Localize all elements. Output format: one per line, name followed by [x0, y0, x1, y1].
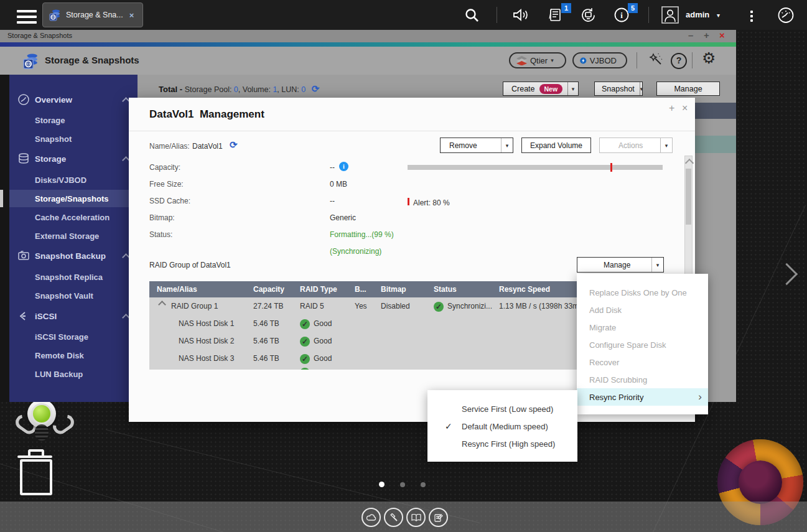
cell-capacity: 5.46 TB	[253, 337, 279, 345]
tab-label: Storage & Sna...	[66, 11, 123, 19]
create-button[interactable]: Create New ▾	[503, 82, 579, 96]
manage-button[interactable]: Manage	[656, 82, 720, 96]
search-icon[interactable]	[464, 7, 480, 23]
svg-text:i: i	[620, 11, 623, 20]
sidebar-section-storage[interactable]: Storage	[9, 150, 138, 167]
menu-item-add-disk[interactable]: Add Disk	[577, 301, 708, 319]
user-menu-caret-icon[interactable]: ▾	[717, 12, 720, 19]
menu-item-label: Replace Disks One by One	[589, 288, 687, 297]
col-name-alias[interactable]: Name/Alias	[157, 285, 197, 294]
col-resync-speed[interactable]: Resync Speed	[499, 285, 550, 294]
help-icon[interactable]: ?	[671, 53, 687, 69]
actions-label: Actions	[618, 141, 643, 150]
create-caret-icon[interactable]: ▾	[567, 82, 578, 95]
remove-label: Remove	[449, 141, 477, 150]
window-maximize-icon[interactable]: +	[704, 30, 709, 40]
menu-item-replace-disks[interactable]: Replace Disks One by One	[577, 284, 708, 301]
vjbod-button[interactable]: VJBOD	[572, 52, 627, 68]
sidebar-item-iscsi-storage[interactable]: iSCSI Storage	[9, 328, 138, 345]
notifications-icon[interactable]: i 5	[613, 6, 635, 25]
row-collapse-chevron-icon[interactable]	[158, 301, 166, 309]
recycle-bin-icon[interactable]	[17, 449, 55, 493]
window-title: Storage & Snapshots	[7, 32, 72, 39]
window-close-icon[interactable]: ×	[719, 30, 725, 40]
window-minimize-icon[interactable]: –	[688, 30, 693, 40]
sidebar-item-storage-overview[interactable]: Storage	[9, 111, 138, 129]
tab-storage-snapshots[interactable]: Storage & Sna... ×	[42, 2, 143, 27]
window-titlebar[interactable]: Storage & Snapshots – + ×	[0, 30, 736, 42]
volume-icon[interactable]	[513, 7, 530, 22]
col-raid-type[interactable]: RAID Type	[300, 285, 337, 294]
refresh-icon[interactable]: ⟳	[312, 83, 320, 94]
page-dot[interactable]	[421, 482, 426, 487]
user-name[interactable]: admin	[686, 10, 709, 19]
remove-caret-icon[interactable]: ▾	[501, 138, 513, 152]
qtier-button[interactable]: Qtier ▾	[509, 52, 566, 68]
raid-manage-button[interactable]: Manage ▾	[577, 257, 664, 273]
utilities-icon[interactable]	[384, 508, 403, 527]
menu-item-migrate[interactable]: Migrate	[577, 319, 708, 336]
user-avatar-icon[interactable]	[661, 6, 679, 24]
more-options-icon[interactable]	[750, 9, 753, 24]
remove-button[interactable]: Remove ▾	[440, 138, 513, 153]
manual-book-icon[interactable]	[406, 508, 426, 527]
sidebar-item-label: Cache Acceleration	[35, 213, 110, 222]
wizard-wand-icon[interactable]	[647, 52, 664, 69]
col-status[interactable]: Status	[434, 285, 457, 294]
page-dot-active[interactable]	[379, 482, 385, 487]
capacity-value: --	[330, 163, 335, 172]
sidebar-section-iscsi[interactable]: iSCSI	[9, 307, 138, 325]
scrollbar-up-icon[interactable]	[685, 159, 694, 167]
storage-snapshots-app-icon	[48, 8, 62, 22]
capacity-info-icon[interactable]: i	[339, 162, 348, 171]
menu-item-resync-priority[interactable]: Resync Priority ›	[577, 388, 708, 406]
sidebar-item-snapshot-replica[interactable]: Snapshot Replica	[9, 268, 138, 286]
submenu-item-service-first[interactable]: Service First (Low speed)	[427, 400, 577, 418]
sidebar-item-snapshot-overview[interactable]: Snapshot	[9, 130, 138, 147]
sidebar-item-lun-backup[interactable]: LUN Backup	[9, 365, 138, 383]
cell-name: RAID Group 1	[171, 302, 218, 310]
external-device-icon[interactable]	[580, 7, 597, 24]
overview-gauge-icon	[17, 93, 30, 106]
dashboard-gauge-icon[interactable]	[777, 7, 795, 24]
menu-item-label: Recover	[589, 358, 619, 367]
sidebar-section-label: Snapshot Backup	[35, 251, 106, 261]
dialog-close-icon[interactable]: ×	[682, 103, 688, 114]
submenu-item-resync-first[interactable]: Resync First (High speed)	[427, 435, 577, 452]
vjbod-label: VJBOD	[590, 56, 617, 65]
cell-bitmap: Disabled	[381, 302, 410, 310]
col-bitmap[interactable]: Bitmap	[381, 285, 406, 294]
myqnapcloud-icon[interactable]	[362, 508, 381, 527]
sidebar-item-external-storage[interactable]: External Storage	[9, 227, 138, 245]
expand-volume-button[interactable]: Expand Volume	[521, 138, 591, 153]
sidebar-section-overview[interactable]: Overview	[9, 91, 138, 108]
notes-icon[interactable]	[429, 508, 448, 527]
sidebar-item-remote-disk[interactable]: Remote Disk	[9, 347, 138, 364]
sidebar-section-snapshot-backup[interactable]: Snapshot Backup	[9, 247, 138, 264]
sidebar-item-disks-vjbod[interactable]: Disks/VJBOD	[9, 171, 138, 189]
sidebar-section-label: Overview	[35, 95, 72, 105]
page-dot[interactable]	[400, 482, 405, 487]
actions-button[interactable]: Actions ▾	[599, 138, 673, 153]
background-tasks-icon[interactable]: 1	[548, 6, 569, 25]
sidebar-item-storage-snapshots[interactable]: Storage/Snapshots	[9, 190, 138, 207]
dialog-add-icon[interactable]: +	[669, 103, 674, 114]
col-b[interactable]: B...	[355, 285, 366, 294]
resync-priority-submenu: Service First (Low speed) ✓ Default (Med…	[427, 390, 577, 462]
snapshot-button[interactable]: Snapshot ▾	[594, 82, 643, 96]
snapshot-caret-icon[interactable]: ▾	[640, 82, 643, 95]
sidebar-item-cache-acceleration[interactable]: Cache Acceleration	[9, 208, 138, 226]
main-menu-icon[interactable]	[17, 7, 37, 27]
scrollbar-thumb[interactable]	[686, 169, 691, 225]
col-capacity[interactable]: Capacity	[253, 285, 284, 294]
raid-manage-caret-icon[interactable]: ▾	[651, 258, 663, 272]
settings-gear-icon[interactable]: ⚙	[702, 49, 716, 67]
menu-item-configure-spare-disk[interactable]: Configure Spare Disk	[577, 336, 708, 353]
menu-item-recover[interactable]: Recover	[577, 353, 708, 371]
sidebar-item-snapshot-vault[interactable]: Snapshot Vault	[9, 287, 138, 304]
menu-item-raid-scrubbing[interactable]: RAID Scrubbing	[577, 371, 708, 388]
submenu-item-default[interactable]: ✓ Default (Medium speed)	[427, 418, 577, 435]
tab-close-icon[interactable]: ×	[129, 11, 134, 20]
rename-refresh-icon[interactable]: ⟳	[230, 139, 238, 151]
qtier-label: Qtier	[530, 56, 548, 65]
